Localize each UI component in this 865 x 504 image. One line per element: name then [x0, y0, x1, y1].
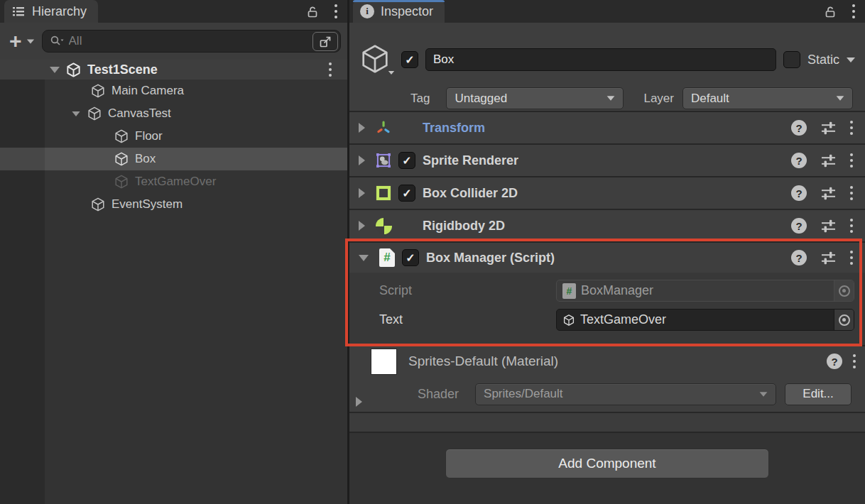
- presets-icon[interactable]: [820, 185, 837, 202]
- component-title: Sprite Renderer: [423, 153, 518, 168]
- foldout-collapsed-icon[interactable]: [359, 155, 365, 165]
- gameobject-cube-icon: [90, 83, 106, 99]
- box-manager-body: Script # BoxManager Text TextGameOver: [349, 273, 865, 345]
- material-header[interactable]: Sprites-Default (Material) ?: [349, 346, 865, 376]
- help-icon[interactable]: ?: [791, 218, 807, 234]
- gameobject-icon[interactable]: [359, 43, 394, 77]
- help-icon[interactable]: ?: [791, 153, 807, 168]
- shader-row: Shader Sprites/Default Edit...: [349, 376, 865, 412]
- hierarchy-list-icon: [11, 4, 26, 18]
- presets-icon[interactable]: [820, 153, 837, 169]
- tab-inspector-label: Inspector: [381, 4, 433, 19]
- component-menu-icon[interactable]: [850, 153, 853, 168]
- scene-icon: [65, 62, 82, 78]
- hierarchy-item-floor[interactable]: Floor: [0, 125, 347, 148]
- help-icon[interactable]: ?: [827, 354, 842, 369]
- layer-dropdown[interactable]: Default: [682, 87, 853, 109]
- component-box-manager-script[interactable]: # ✓ Box Manager (Script) ?: [349, 243, 865, 273]
- add-component-area: Add Component: [349, 433, 865, 504]
- hierarchy-tree: Main Camera CanvasTest Floor Box: [0, 80, 347, 504]
- info-icon: i: [360, 4, 374, 18]
- inspector-menu-icon[interactable]: [852, 4, 855, 18]
- material-menu-icon[interactable]: [853, 354, 856, 368]
- object-picker-button[interactable]: [834, 309, 854, 330]
- rigidbody-2d-icon: [374, 217, 393, 235]
- hierarchy-menu-icon[interactable]: [334, 4, 337, 18]
- inspector-tabbar: i Inspector: [349, 0, 865, 23]
- material-preview-foldout-icon[interactable]: [356, 397, 362, 407]
- box-manager-enabled-checkbox[interactable]: ✓: [402, 249, 419, 266]
- presets-icon[interactable]: [820, 120, 837, 136]
- static-dropdown-icon[interactable]: [847, 57, 855, 62]
- lock-icon[interactable]: [305, 4, 320, 19]
- gameobject-cube-icon: [114, 174, 129, 190]
- chevron-down-icon: [607, 96, 615, 100]
- object-picker-button[interactable]: [834, 280, 854, 301]
- chevron-down-icon: [760, 392, 768, 396]
- gameobject-name-input[interactable]: [425, 48, 776, 71]
- component-menu-icon[interactable]: [850, 186, 853, 200]
- tag-dropdown[interactable]: Untagged: [446, 87, 624, 109]
- presets-icon[interactable]: [820, 250, 837, 266]
- hierarchy-item-main-camera[interactable]: Main Camera: [0, 80, 347, 102]
- sprite-renderer-enabled-checkbox[interactable]: ✓: [398, 152, 415, 169]
- component-box-collider-2d[interactable]: ✓ Box Collider 2D ?: [349, 177, 865, 209]
- open-search-window-button[interactable]: [312, 32, 338, 51]
- gameobject-cube-icon: [114, 128, 129, 144]
- foldout-expanded-icon[interactable]: [72, 111, 80, 116]
- gameobject-cube-icon: [90, 197, 106, 212]
- tag-value: Untagged: [455, 92, 507, 106]
- component-menu-icon[interactable]: [850, 251, 853, 265]
- material-title: Sprites-Default (Material): [408, 354, 558, 369]
- help-icon[interactable]: ?: [791, 250, 807, 265]
- component-rigidbody-2d[interactable]: Rigidbody 2D ?: [349, 210, 865, 241]
- component-transform[interactable]: Transform ?: [349, 112, 865, 143]
- plus-icon: +: [9, 32, 22, 50]
- chevron-down-icon: [388, 71, 394, 75]
- scene-foldout-icon[interactable]: [50, 67, 60, 73]
- add-component-button[interactable]: Add Component: [445, 449, 769, 478]
- tab-hierarchy[interactable]: Hierarchy: [4, 0, 98, 23]
- script-property-row: Script # BoxManager: [379, 280, 854, 302]
- shader-dropdown[interactable]: Sprites/Default: [475, 383, 776, 405]
- hierarchy-item-label: Main Camera: [111, 84, 184, 98]
- static-checkbox[interactable]: [783, 51, 800, 68]
- script-field-value: BoxManager: [581, 283, 653, 298]
- component-title: Rigidbody 2D: [423, 219, 505, 234]
- search-input[interactable]: [69, 34, 308, 48]
- layer-value: Default: [691, 92, 729, 106]
- hierarchy-item-eventsystem[interactable]: EventSystem: [0, 193, 347, 216]
- scene-menu-icon[interactable]: [329, 62, 332, 77]
- box-collider-2d-icon: [374, 184, 393, 202]
- scene-row[interactable]: Test1Scene: [0, 60, 347, 80]
- foldout-expanded-icon[interactable]: [359, 255, 369, 261]
- hierarchy-item-canvastest[interactable]: CanvasTest: [0, 102, 347, 125]
- hierarchy-item-box[interactable]: Box: [0, 148, 347, 170]
- edit-shader-button[interactable]: Edit...: [785, 383, 852, 405]
- component-menu-icon[interactable]: [850, 121, 853, 135]
- tab-inspector[interactable]: i Inspector: [353, 0, 445, 23]
- help-icon[interactable]: ?: [791, 185, 807, 201]
- shader-value: Sprites/Default: [484, 387, 563, 401]
- help-icon[interactable]: ?: [791, 120, 807, 136]
- text-object-field[interactable]: TextGameOver: [556, 309, 854, 331]
- chevron-down-icon: [26, 39, 33, 43]
- foldout-collapsed-icon[interactable]: [359, 221, 365, 231]
- script-object-field[interactable]: # BoxManager: [556, 280, 854, 302]
- component-menu-icon[interactable]: [850, 219, 853, 233]
- text-field-value: TextGameOver: [580, 312, 666, 327]
- hierarchy-item-textgameover[interactable]: TextGameOver: [0, 170, 347, 193]
- foldout-collapsed-icon[interactable]: [359, 188, 365, 198]
- shader-label: Shader: [418, 387, 459, 402]
- hierarchy-item-label: CanvasTest: [108, 106, 171, 121]
- create-object-button[interactable]: +: [6, 32, 38, 50]
- chevron-down-icon: [837, 96, 844, 100]
- lock-icon[interactable]: [823, 4, 838, 19]
- component-sprite-renderer[interactable]: ✓ Sprite Renderer ?: [349, 145, 865, 176]
- active-checkbox[interactable]: ✓: [401, 51, 418, 68]
- hierarchy-search-field[interactable]: [42, 30, 341, 53]
- box-collider-2d-enabled-checkbox[interactable]: ✓: [398, 185, 415, 202]
- presets-icon[interactable]: [820, 218, 837, 234]
- foldout-collapsed-icon[interactable]: [359, 123, 365, 133]
- material-preview-swatch: [371, 349, 397, 375]
